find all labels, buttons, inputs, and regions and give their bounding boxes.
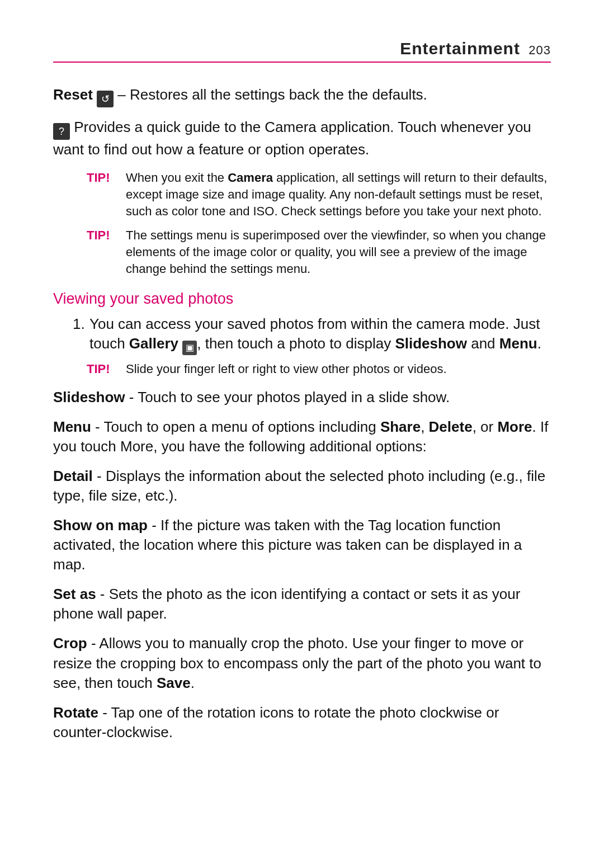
- detail-text: - Displays the information about the sel…: [53, 468, 545, 504]
- setas-paragraph: Set as - Sets the photo as the icon iden…: [53, 584, 551, 624]
- menu-a: - Touch to open a menu of options includ…: [91, 418, 380, 435]
- menu-label: Menu: [53, 418, 91, 435]
- list1-b: , then touch a photo to display: [197, 335, 395, 352]
- reset-text: – Restores all the settings back the the…: [114, 86, 427, 103]
- page-number: 203: [528, 43, 551, 57]
- reset-label: Reset: [53, 86, 93, 103]
- list-number: 1.: [73, 314, 89, 355]
- tip-text: When you exit the Camera application, al…: [126, 169, 551, 219]
- menu-comma: ,: [421, 418, 428, 435]
- page-header: Entertainment 203: [53, 39, 551, 63]
- rotate-label: Rotate: [53, 704, 98, 721]
- gallery-icon: ▣: [182, 341, 197, 355]
- list1-menu: Menu: [499, 335, 537, 352]
- crop-save: Save: [157, 674, 191, 691]
- detail-label: Detail: [53, 468, 93, 484]
- showonmap-paragraph: Show on map - If the picture was taken w…: [53, 516, 551, 574]
- tip-row-1: TIP! When you exit the Camera applicatio…: [87, 169, 551, 219]
- tip-block-2: TIP! Slide your finger left or right to …: [87, 361, 551, 378]
- detail-paragraph: Detail - Displays the information about …: [53, 466, 551, 506]
- crop-a: - Allows you to manually crop the photo.…: [53, 635, 541, 691]
- manual-page: Entertainment 203 Reset ↺ – Restores all…: [0, 0, 604, 868]
- menu-share: Share: [380, 418, 421, 435]
- help-paragraph: ? Provides a quick guide to the Camera a…: [53, 117, 551, 159]
- help-icon: ?: [53, 123, 70, 140]
- page-body: Reset ↺ – Restores all the settings back…: [53, 85, 551, 742]
- numbered-item-1: 1. You can access your saved photos from…: [73, 314, 551, 355]
- menu-paragraph: Menu - Touch to open a menu of options i…: [53, 417, 551, 456]
- setas-text: - Sets the photo as the icon identifying…: [53, 586, 520, 622]
- tip-text: Slide your finger left or right to view …: [126, 361, 551, 378]
- tip-label: TIP!: [87, 361, 126, 378]
- tip-label: TIP!: [87, 227, 126, 277]
- crop-b: .: [191, 674, 195, 691]
- crop-paragraph: Crop - Allows you to manually crop the p…: [53, 634, 551, 692]
- tip-row-2: TIP! The settings menu is superimposed o…: [87, 227, 551, 277]
- menu-delete: Delete: [429, 418, 473, 435]
- tip-row-3: TIP! Slide your finger left or right to …: [87, 361, 551, 378]
- setas-label: Set as: [53, 586, 96, 602]
- menu-more: More: [497, 418, 532, 435]
- tip1-bold: Camera: [228, 171, 273, 185]
- header-title: Entertainment: [400, 39, 520, 58]
- list1-period: .: [537, 335, 541, 352]
- list1-slideshow: Slideshow: [395, 335, 467, 352]
- rotate-text: - Tap one of the rotation icons to rotat…: [53, 704, 499, 740]
- list1-and: and: [467, 335, 499, 352]
- list-content: You can access your saved photos from wi…: [89, 314, 551, 355]
- tip-block-1: TIP! When you exit the Camera applicatio…: [87, 169, 551, 277]
- reset-paragraph: Reset ↺ – Restores all the settings back…: [53, 85, 551, 107]
- showonmap-label: Show on map: [53, 517, 148, 534]
- tip1-a: When you exit the: [126, 171, 228, 185]
- tip-label: TIP!: [87, 169, 126, 219]
- section-heading: Viewing your saved photos: [53, 289, 551, 309]
- slideshow-text: - Touch to see your photos played in a s…: [125, 389, 450, 405]
- crop-label: Crop: [53, 635, 87, 652]
- rotate-paragraph: Rotate - Tap one of the rotation icons t…: [53, 703, 551, 742]
- help-text: Provides a quick guide to the Camera app…: [53, 119, 531, 158]
- slideshow-paragraph: Slideshow - Touch to see your photos pla…: [53, 388, 551, 407]
- reset-icon: ↺: [97, 91, 114, 107]
- menu-b: , or: [473, 418, 498, 435]
- tip-text: The settings menu is superimposed over t…: [126, 227, 551, 277]
- slideshow-label: Slideshow: [53, 389, 125, 405]
- gallery-label: Gallery: [129, 335, 178, 352]
